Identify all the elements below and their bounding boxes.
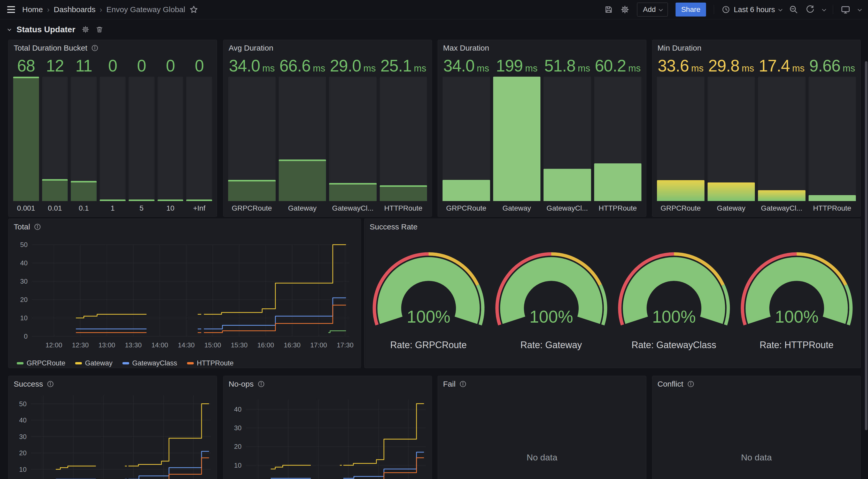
legend-item[interactable]: GRPCRoute (17, 359, 65, 367)
series-line-GatewayClass (204, 298, 346, 329)
share-button[interactable]: Share (676, 3, 706, 16)
panel-header[interactable]: Fail (443, 380, 466, 388)
svg-text:10: 10 (20, 314, 28, 322)
grafana-dashboard: Home › Dashboards › Envoy Gateway Global… (0, 0, 868, 479)
bar-category-label: 0.001 (13, 201, 39, 212)
menu-toggle-icon[interactable] (7, 6, 15, 13)
info-icon[interactable] (34, 224, 41, 230)
zoom-out-time-icon[interactable] (789, 5, 798, 14)
bar-track (186, 77, 212, 201)
panel-header[interactable]: Success (14, 380, 54, 388)
gauge-label: Rate: GatewayClass (631, 340, 716, 350)
no-data-message: No data (438, 452, 646, 463)
favorite-star-icon[interactable] (189, 5, 198, 14)
legend-label: GatewayClass (132, 359, 177, 367)
panel-header[interactable]: Total Duration Bucket (14, 44, 98, 53)
bar-fill (186, 200, 212, 201)
time-series-chart[interactable]: 10203040 (227, 391, 432, 479)
bar-fill (809, 195, 856, 201)
refresh-dashboard-icon[interactable] (806, 5, 814, 14)
breadcrumb-home[interactable]: Home (22, 5, 43, 14)
bar-column: 33.6msGRPCRoute (657, 55, 705, 212)
svg-text:0: 0 (24, 333, 28, 340)
panel-title: Conflict (657, 380, 683, 388)
panel-conflict: Conflict No data (652, 376, 861, 479)
dashboard-row-header: Status Updater (8, 23, 103, 36)
svg-text:13:00: 13:00 (98, 341, 115, 349)
gauge-value-text: 100% (775, 307, 818, 326)
row-settings-gear-icon[interactable] (82, 26, 89, 33)
bar-fill (657, 180, 705, 201)
svg-text:40: 40 (19, 416, 27, 424)
time-series-chart[interactable]: 1020304050 (13, 391, 217, 479)
panel-header[interactable]: No-ops (228, 380, 265, 388)
time-range-picker[interactable]: Last 6 hours (722, 5, 781, 14)
bar-column: 29.8msGateway (708, 55, 755, 212)
vertical-scrollbar-thumb[interactable] (865, 61, 867, 430)
legend-item[interactable]: Gateway (75, 359, 113, 367)
bar-column: 0+Inf (186, 55, 212, 212)
gauge-arc: 100% (494, 251, 609, 328)
refresh-interval-dropdown-icon[interactable] (822, 8, 825, 11)
svg-text:12:00: 12:00 (45, 341, 62, 349)
panel-header[interactable]: Total (14, 223, 41, 231)
series-line-Gateway (128, 404, 209, 466)
bar-track (594, 77, 642, 201)
gauge-arc: 100% (739, 251, 854, 328)
legend-item[interactable]: GatewayClass (122, 359, 177, 367)
add-panel-button[interactable]: Add (637, 3, 668, 16)
bar-fill (493, 77, 541, 201)
panel-success-rate: Success Rate 100%Rate: GRPCRoute100%Rate… (364, 218, 861, 368)
bar-category-label: HTTPRoute (809, 201, 856, 212)
row-delete-trash-icon[interactable] (96, 26, 103, 33)
info-icon[interactable] (258, 381, 265, 387)
bar-value: 66.6 (279, 59, 311, 74)
row-collapse-chevron-icon[interactable] (7, 27, 11, 31)
info-icon[interactable] (91, 45, 98, 52)
bar-column: 05 (129, 55, 154, 212)
bar-fill (279, 160, 326, 201)
bar-category-label: 5 (129, 201, 154, 212)
info-icon[interactable] (47, 381, 54, 387)
bar-column: 60.2msHTTPRoute (594, 55, 642, 212)
toolbar-divider (714, 5, 714, 14)
save-dashboard-icon[interactable] (604, 5, 613, 14)
bar-track (758, 77, 805, 201)
dashboard-settings-gear-icon[interactable] (621, 5, 629, 14)
bar-category-label: 0.01 (42, 201, 68, 212)
gauge: 100%Rate: HTTPRoute (735, 251, 858, 350)
panel-header[interactable]: Avg Duration (228, 44, 273, 53)
bar-fill-cap (186, 200, 212, 201)
legend-item[interactable]: HTTPRoute (187, 359, 234, 367)
bar-category-label: GatewayCl... (758, 201, 805, 212)
bar-track (657, 77, 705, 201)
gauge: 100%Rate: Gateway (490, 251, 613, 350)
share-button-label: Share (681, 5, 701, 14)
gauge: 100%Rate: GRPCRoute (367, 251, 490, 350)
svg-text:14:00: 14:00 (151, 341, 168, 349)
row-title[interactable]: Status Updater (17, 25, 75, 34)
chevron-down-icon (778, 7, 782, 11)
panel-header[interactable]: Success Rate (370, 223, 417, 231)
panel-header[interactable]: Min Duration (657, 44, 702, 53)
breadcrumb-dashboards[interactable]: Dashboards (54, 5, 96, 14)
time-series-chart[interactable]: 12:0012:3013:0013:3014:0014:3015:0015:30… (8, 237, 356, 358)
bar-value-unit: ms (742, 64, 754, 74)
bar-track (129, 77, 154, 201)
panel-title: Success (14, 380, 43, 388)
collapse-toolbar-chevron-icon[interactable] (858, 8, 861, 11)
bar-value-unit: ms (691, 64, 704, 74)
panel-header[interactable]: Max Duration (443, 44, 489, 53)
bar-track (279, 77, 326, 201)
info-icon[interactable] (460, 381, 466, 387)
tv-kiosk-mode-icon[interactable] (841, 5, 850, 14)
info-icon[interactable] (687, 381, 694, 387)
gauge-arc: 100% (371, 251, 486, 328)
bar-gauge-chart: 34.0msGRPCRoute199msGateway51.8msGateway… (442, 55, 642, 212)
gauge-label: Rate: GRPCRoute (390, 340, 467, 350)
panel-total-duration-bucket: Total Duration Bucket 680.001120.01110.1… (8, 40, 217, 217)
panel-header[interactable]: Conflict (657, 380, 694, 388)
svg-text:10: 10 (234, 461, 242, 469)
bar-track (158, 77, 183, 201)
bar-track (100, 77, 126, 201)
